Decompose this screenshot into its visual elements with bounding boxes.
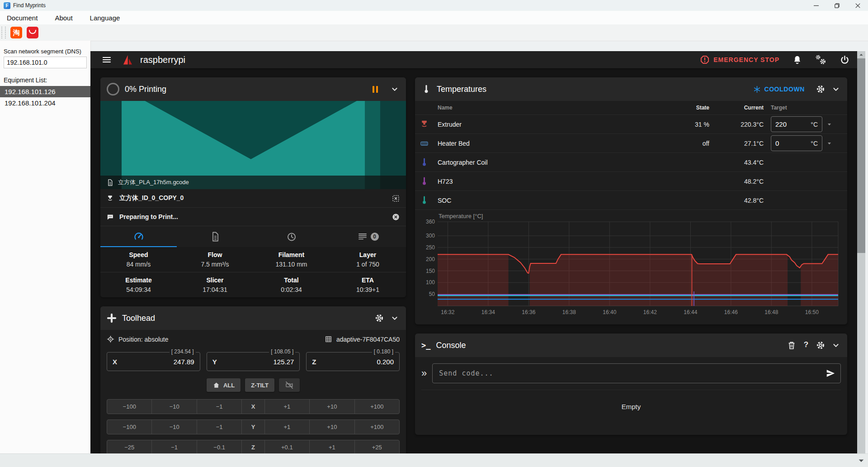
target-presets-caret-icon[interactable] (826, 120, 833, 128)
clear-console-trash-icon[interactable] (787, 340, 797, 350)
svg-text:150: 150 (426, 268, 435, 274)
tab-history[interactable] (253, 226, 330, 247)
move-x-−1[interactable]: −1 (197, 400, 242, 414)
print-status-tabs: 0 (100, 226, 406, 247)
scrollbar-thumb[interactable] (857, 58, 865, 253)
web-navbar: raspberrypi EMERGENCY STOP (90, 51, 857, 68)
home-buttons-row: ALL Z-TILT (107, 378, 400, 392)
home-all-button[interactable]: ALL (207, 378, 241, 392)
move-z-−1[interactable]: −1 (152, 440, 197, 453)
move-x-+10[interactable]: +10 (310, 400, 354, 414)
home-icon (212, 381, 220, 389)
thermometer-icon (421, 84, 431, 94)
svg-text:300: 300 (426, 233, 435, 239)
z-tilt-button[interactable]: Z-TILT (245, 378, 274, 392)
temperatures-collapse-chevron-icon[interactable] (831, 84, 841, 94)
move-x-−100[interactable]: −100 (107, 400, 152, 414)
col-current: Current (709, 105, 764, 111)
collapse-chevron-icon[interactable] (390, 84, 400, 94)
target-temp-input[interactable]: 0°C (771, 135, 822, 151)
pause-button[interactable] (373, 86, 378, 93)
move-x-+100[interactable]: +100 (355, 400, 399, 414)
equipment-item[interactable]: 192.168.101.204 (0, 97, 90, 109)
move-axis-label-z: Z (242, 440, 264, 453)
toolbar-drag-handle[interactable] (1, 27, 6, 38)
z-position-field[interactable]: [ 0.180 ] Z 0.200 (306, 352, 400, 371)
menu-about[interactable]: About (55, 14, 72, 22)
right-column: Temperatures COOLDOWN Name State Cu (415, 77, 847, 453)
menu-document[interactable]: Document (7, 14, 38, 22)
webcam-off-button[interactable] (279, 378, 300, 392)
move-z-−0.1[interactable]: −0.1 (197, 440, 242, 453)
tab-queue[interactable]: 0 (330, 226, 406, 247)
hamburger-menu-icon[interactable] (101, 54, 112, 65)
x-position-field[interactable]: [ 234.54 ] X 247.89 (107, 352, 200, 371)
temperatures-settings-gear-icon[interactable] (816, 84, 826, 94)
svg-text:16:44: 16:44 (684, 309, 697, 315)
print-status-title: 0% Printing (125, 85, 166, 94)
move-y-+1[interactable]: +1 (265, 420, 310, 434)
power-icon[interactable] (840, 55, 850, 65)
temperature-table-body: Extruder31 %220.3°C220°CHeater Bedoff27.… (415, 115, 847, 210)
position-crosshair-icon (107, 335, 114, 343)
toolhead-settings-gear-icon[interactable] (374, 313, 384, 323)
toolhead-icon (107, 313, 117, 323)
target-presets-caret-icon[interactable] (826, 139, 833, 147)
thermo-icon (420, 195, 429, 205)
move-y-+10[interactable]: +10 (310, 420, 354, 434)
sensor-current: 220.3°C (709, 121, 764, 128)
thermo-icon (420, 176, 429, 186)
move-y-+100[interactable]: +100 (355, 420, 399, 434)
maximize-button[interactable] (826, 0, 847, 11)
aliexpress-icon[interactable] (27, 27, 38, 38)
sensor-current: 43.4°C (709, 159, 764, 166)
move-x-−10[interactable]: −10 (152, 400, 197, 414)
console-input[interactable] (432, 363, 841, 383)
move-z-−25[interactable]: −25 (107, 440, 152, 453)
move-y-−100[interactable]: −100 (107, 420, 152, 434)
menu-language[interactable]: Language (90, 14, 120, 22)
scrollbar[interactable] (857, 51, 865, 453)
y-axis-label: Y (212, 358, 217, 366)
send-icon[interactable] (826, 368, 835, 378)
svg-text:100: 100 (426, 279, 435, 286)
svg-text:200: 200 (426, 256, 435, 262)
move-y-−10[interactable]: −10 (152, 420, 197, 434)
console-prompt-icon[interactable]: » (421, 368, 427, 378)
target-temp-input[interactable]: 220°C (771, 116, 822, 132)
svg-text:16:42: 16:42 (643, 309, 657, 315)
dismiss-message-icon[interactable] (392, 213, 400, 221)
window-controls (806, 0, 868, 11)
scan-input[interactable] (4, 57, 87, 68)
scroll-down-arrow-icon[interactable] (857, 457, 865, 465)
move-z-+25[interactable]: +25 (355, 440, 399, 453)
cooldown-button[interactable]: COOLDOWN (753, 86, 805, 93)
y-position-field[interactable]: [ 108.05 ] Y 125.27 (207, 352, 300, 371)
emergency-stop-button[interactable]: EMERGENCY STOP (700, 55, 779, 65)
taobao-icon[interactable]: 淘 (10, 27, 22, 38)
printer-hostname: raspberrypi (140, 55, 185, 65)
scroll-up-arrow-icon[interactable] (857, 51, 865, 58)
print-message-row: Preparing to Print... (100, 208, 406, 226)
console-settings-gear-icon[interactable] (816, 340, 826, 350)
minimize-button[interactable] (806, 0, 826, 11)
move-row-x: −100−10−1X+1+10+100 (107, 399, 400, 414)
interface-settings-icon[interactable] (815, 54, 827, 65)
tab-gcode-file[interactable] (177, 226, 253, 247)
equipment-item[interactable]: 192.168.101.126 (0, 86, 90, 97)
move-y-−1[interactable]: −1 (197, 420, 242, 434)
z-position-value: 0.200 (377, 358, 394, 366)
gcode-filename: 立方体_PLA_17h5m.gcode (118, 178, 189, 186)
notifications-bell-icon[interactable] (792, 55, 802, 65)
move-x-+1[interactable]: +1 (265, 400, 310, 414)
console-collapse-chevron-icon[interactable] (831, 340, 841, 350)
exclude-object-icon[interactable] (392, 194, 400, 203)
console-help-icon[interactable]: ? (802, 340, 810, 350)
move-z-+1[interactable]: +1 (310, 440, 354, 453)
move-z-+0.1[interactable]: +0.1 (265, 440, 310, 453)
print-object-name: 立方体_ID_0_COPY_0 (119, 194, 184, 202)
gcode-filename-row: 立方体_PLA_17h5m.gcode (100, 176, 406, 189)
close-button[interactable] (847, 0, 868, 11)
tab-speed[interactable] (100, 226, 177, 247)
toolhead-collapse-chevron-icon[interactable] (390, 313, 400, 323)
